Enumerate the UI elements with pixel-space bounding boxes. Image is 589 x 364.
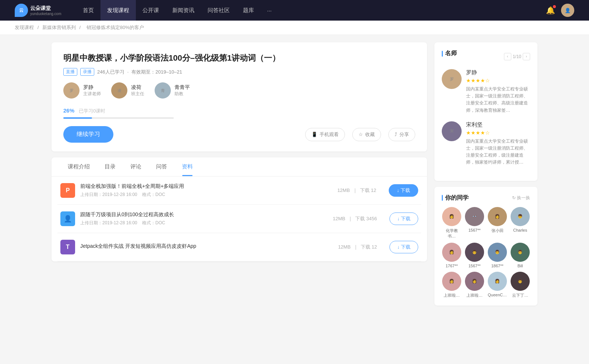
- resource-item-2: T Jetpack全组件实战 开发短视频应用高仿皮皮虾App 12MB ｜ 下载…: [57, 233, 421, 261]
- classmate-2[interactable]: 👩 张小田: [487, 207, 507, 239]
- classmate-name-10: QueenC…: [488, 293, 507, 297]
- logo[interactable]: 云 云朵课堂 yunduoketang.com: [15, 4, 61, 17]
- classmate-avatar-6: 👨: [488, 243, 507, 262]
- sidebar-teacher-1: 宋 宋利坚 ★★★★☆ 国内某重点大学安全工程专业硕士，国家一级注册消防工程师、…: [442, 121, 530, 166]
- classmates-grid: 👩 化学教书… 👓 1567** 👩 张小田 👦 Charles 👩: [442, 207, 530, 298]
- classmate-1[interactable]: 👓 1567**: [465, 207, 484, 239]
- breadcrumb-discover[interactable]: 发现课程: [15, 25, 34, 30]
- teacher-name-2: 青青平: [174, 84, 190, 91]
- teacher-role-1: 班主任: [131, 91, 144, 97]
- resource-stats-0: 12MB ｜ 下载 12: [337, 187, 376, 194]
- classmate-name-5: 1567**: [468, 264, 480, 268]
- notification-dot: [553, 5, 556, 8]
- nav-item-discover[interactable]: 发现课程: [100, 0, 136, 21]
- classmate-7[interactable]: 👨 Bill: [510, 243, 530, 268]
- classmates-title: 你的同学: [442, 194, 469, 202]
- tab-intro[interactable]: 课程介绍: [60, 157, 97, 176]
- sidebar-teacher-name-0: 罗静: [466, 69, 530, 76]
- navbar: 云 云朵课堂 yunduoketang.com 首页 发现课程 公开课 新闻资讯…: [0, 0, 589, 21]
- sidebar-right: 名师 ‹ 1/10 › 罗 罗静 ★★★★☆ 国内某重点大学安全工程专业硕士，国…: [434, 42, 537, 311]
- classmate-avatar-11: 👨: [511, 272, 530, 291]
- share-button[interactable]: ⤴ 分享: [388, 128, 415, 141]
- badge-live: 直播: [63, 68, 77, 76]
- switch-classmates-button[interactable]: ↻ 换一换: [512, 195, 530, 201]
- classmate-name-1: 1567**: [468, 228, 480, 232]
- classmate-avatar-7: 👨: [511, 243, 530, 262]
- teachers-sidebar-title: 名师: [442, 50, 457, 57]
- resource-title-2: Jetpack全组件实战 开发短视频应用高仿皮皮虾App: [80, 243, 333, 250]
- nav-item-more[interactable]: ···: [261, 0, 279, 21]
- resource-stats-2: 12MB ｜ 下载 12: [338, 244, 377, 250]
- logo-text-block: 云朵课堂 yunduoketang.com: [30, 5, 61, 16]
- sidebar-teacher-avatar-0: 罗: [442, 69, 462, 89]
- classmate-6[interactable]: 👨 1867**: [487, 243, 507, 268]
- resource-icon-1: 👤: [60, 211, 75, 226]
- nav-item-quiz[interactable]: 题库: [236, 0, 261, 21]
- teacher-item-1: 凌 凌荷 班主任: [111, 82, 144, 99]
- teacher-name-0: 罗静: [83, 84, 101, 91]
- collect-label: 收藏: [365, 131, 375, 138]
- resource-item-0: P 前端全栈加强版！前端全栈+全周期+多端应用 上传日期：2019-12-28 …: [57, 176, 421, 205]
- teacher-info-0: 罗静 主讲老师: [83, 84, 101, 97]
- classmate-5[interactable]: 👨 1567**: [465, 243, 484, 268]
- share-label: 分享: [399, 131, 409, 138]
- tab-qa[interactable]: 问答: [149, 157, 174, 176]
- resource-meta-0: 上传日期：2019-12-28 16:00 格式：DOC: [80, 192, 332, 198]
- classmate-9[interactable]: 👩 上班啦…: [465, 272, 484, 298]
- user-avatar[interactable]: 👤: [561, 4, 574, 17]
- breadcrumb-sep2: /: [79, 25, 82, 30]
- breadcrumb-series[interactable]: 新媒体营销系列: [42, 25, 76, 30]
- badge-record: 录播: [80, 68, 94, 76]
- classmate-0[interactable]: 👩 化学教书…: [442, 207, 462, 239]
- nav-item-open[interactable]: 公开课: [136, 0, 166, 21]
- resource-list: P 前端全栈加强版！前端全栈+全周期+多端应用 上传日期：2019-12-28 …: [52, 176, 427, 261]
- classmate-10[interactable]: 👩 QueenC…: [487, 272, 507, 298]
- classmate-name-4: 1767**: [445, 264, 458, 268]
- teacher-role-2: 助教: [174, 91, 190, 97]
- notification-bell[interactable]: 🔔: [546, 6, 555, 15]
- breadcrumb: 发现课程 / 新媒体营销系列 / 销冠修炼术搞定80%的客户: [0, 21, 589, 35]
- mobile-watch-button[interactable]: 📱 手机观看: [305, 128, 345, 141]
- nav-item-home[interactable]: 首页: [76, 0, 100, 21]
- progress-bar-bg: [63, 117, 174, 119]
- nav-item-qa[interactable]: 问答社区: [201, 0, 236, 21]
- teacher-info-2: 青青平 助教: [174, 84, 190, 97]
- course-actions: 继续学习 📱 手机观看 ☆ 收藏 ⤴ 分享: [63, 126, 415, 143]
- classmate-4[interactable]: 👩 1767**: [442, 243, 462, 268]
- mobile-label: 手机观看: [320, 131, 339, 138]
- classmate-3[interactable]: 👦 Charles: [510, 207, 530, 239]
- classmate-8[interactable]: 👩 上班啦…: [442, 272, 462, 298]
- teachers-next-button[interactable]: ›: [523, 53, 530, 60]
- teachers-pagination: ‹ 1/10 ›: [504, 53, 530, 60]
- teacher-role-0: 主讲老师: [83, 91, 101, 97]
- breadcrumb-sep1: /: [38, 25, 40, 30]
- teacher-avatar-2: 青: [155, 82, 171, 99]
- action-buttons: 📱 手机观看 ☆ 收藏 ⤴ 分享: [305, 128, 415, 141]
- resource-info-2: Jetpack全组件实战 开发短视频应用高仿皮皮虾App: [80, 243, 333, 251]
- sidebar-teacher-stars-0: ★★★★☆: [466, 78, 530, 83]
- valid-until: 有效期至：2019–10–21: [131, 69, 182, 75]
- continue-learning-button[interactable]: 继续学习: [63, 126, 113, 143]
- classmate-avatar-8: 👩: [442, 272, 461, 291]
- tab-review[interactable]: 评论: [123, 157, 149, 176]
- classmate-11[interactable]: 👨 云下丁…: [510, 272, 530, 298]
- classmate-avatar-1: 👓: [465, 207, 484, 226]
- download-button-1[interactable]: ↓ 下载: [389, 213, 418, 225]
- nav-item-news[interactable]: 新闻资讯: [166, 0, 201, 21]
- teachers-prev-button[interactable]: ‹: [504, 53, 511, 60]
- teacher-avatar-0: 罗: [63, 82, 80, 99]
- download-button-0[interactable]: ↓ 下载: [389, 184, 418, 197]
- sidebar-teacher-name-1: 宋利坚: [466, 121, 530, 128]
- tab-catalog[interactable]: 目录: [97, 157, 123, 176]
- logo-subtitle: yunduoketang.com: [30, 12, 61, 16]
- tabs-header: 课程介绍 目录 评论 问答 资料: [52, 157, 427, 176]
- resource-icon-2: T: [60, 240, 75, 254]
- tab-resources[interactable]: 资料: [174, 157, 200, 176]
- download-button-2[interactable]: ↓ 下载: [389, 241, 418, 253]
- collect-button[interactable]: ☆ 收藏: [352, 128, 381, 141]
- teacher-info-1: 凌荷 班主任: [131, 84, 144, 97]
- classmate-name-0: 化学教书…: [442, 228, 462, 239]
- tabs-card: 课程介绍 目录 评论 问答 资料 P 前端全栈加强版！前端全栈+全周期+多端应用…: [52, 157, 427, 261]
- nav-right: 🔔 👤: [546, 4, 574, 17]
- logo-title: 云朵课堂: [30, 5, 61, 12]
